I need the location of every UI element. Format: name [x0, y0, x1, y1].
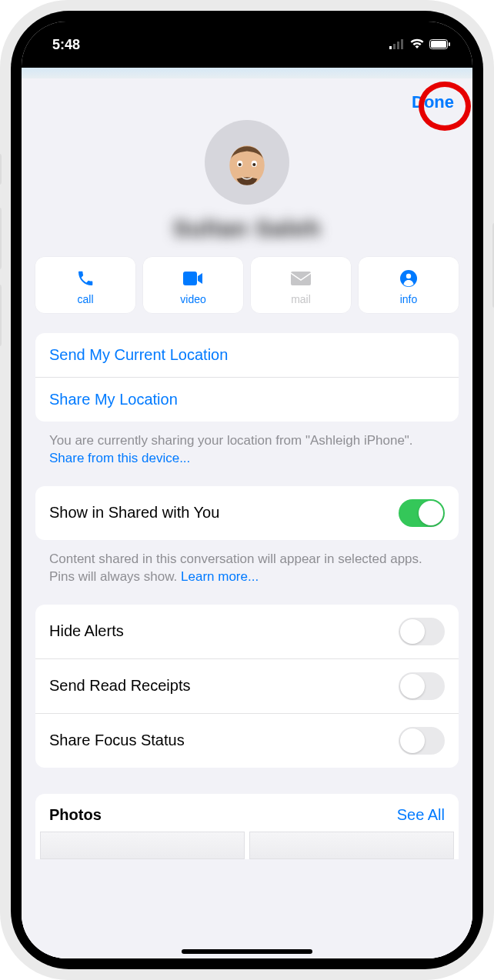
svg-point-11 [252, 163, 255, 166]
photos-header: Photos See All [35, 794, 459, 832]
person-icon [399, 268, 418, 289]
contact-avatar[interactable] [205, 120, 289, 205]
learn-more-link[interactable]: Learn more... [181, 569, 259, 584]
share-my-location[interactable]: Share My Location [35, 378, 459, 422]
read-receipts-label: Send Read Receipts [49, 677, 190, 695]
device-frame: 5:48 Don [0, 0, 494, 980]
mail-icon [291, 268, 311, 289]
photo-thumbnail[interactable] [249, 832, 454, 859]
location-footer: You are currently sharing your location … [35, 429, 459, 486]
read-receipts-toggle[interactable] [399, 672, 445, 700]
video-label: video [180, 293, 205, 305]
notch [155, 22, 339, 48]
read-receipts-row[interactable]: Send Read Receipts [35, 659, 459, 714]
done-button[interactable]: Done [412, 92, 454, 112]
home-indicator[interactable] [182, 949, 312, 954]
focus-status-toggle[interactable] [399, 727, 445, 755]
mail-label: mail [291, 293, 311, 305]
device-bezel: 5:48 Don [11, 11, 483, 969]
spacer [35, 775, 459, 794]
hide-alerts-label: Hide Alerts [49, 622, 124, 640]
volume-down-button [0, 285, 2, 346]
hide-alerts-toggle[interactable] [399, 618, 445, 645]
contact-header: Sultan Saleh [35, 120, 459, 257]
call-label: call [77, 293, 93, 305]
hide-alerts-row[interactable]: Hide Alerts [35, 605, 459, 659]
mail-button: mail [251, 257, 351, 313]
contact-sheet: Done [22, 78, 472, 958]
shared-with-you-label: Show in Shared with You [49, 504, 219, 522]
shared-with-you-toggle[interactable] [399, 499, 445, 527]
photos-see-all[interactable]: See All [397, 806, 445, 824]
sheet-header: Done [35, 78, 459, 120]
call-button[interactable]: call [35, 257, 135, 313]
svg-rect-3 [401, 39, 403, 49]
background-strip [22, 68, 472, 78]
photo-thumbnail[interactable] [40, 832, 245, 859]
battery-icon [429, 37, 451, 53]
svg-rect-1 [393, 44, 396, 49]
wifi-icon [409, 37, 425, 53]
photos-title: Photos [49, 806, 102, 824]
cellular-icon [389, 37, 405, 53]
shared-with-you-group: Show in Shared with You [35, 486, 459, 540]
content-area: Done [22, 68, 472, 958]
share-from-device-link[interactable]: Share from this device... [49, 451, 190, 465]
svg-rect-12 [183, 272, 197, 285]
svg-point-10 [239, 163, 242, 166]
phone-icon [76, 268, 95, 289]
contact-name: Sultan Saleh [173, 215, 321, 242]
svg-rect-6 [449, 42, 450, 46]
volume-up-button [0, 208, 2, 269]
video-button[interactable]: video [143, 257, 243, 313]
shared-with-you-row[interactable]: Show in Shared with You [35, 486, 459, 540]
action-buttons-row: call video mail [35, 257, 459, 313]
shared-with-you-footer: Content shared in this conversation will… [35, 548, 459, 605]
svg-point-15 [406, 274, 411, 278]
settings-group: Hide Alerts Send Read Receipts Share Foc… [35, 605, 459, 768]
svg-rect-13 [291, 272, 311, 285]
location-group: Send My Current Location Share My Locati… [35, 333, 459, 422]
video-icon [183, 268, 203, 289]
send-current-location[interactable]: Send My Current Location [35, 333, 459, 378]
focus-status-label: Share Focus Status [49, 732, 185, 749]
svg-rect-2 [397, 42, 399, 49]
info-button[interactable]: info [359, 257, 459, 313]
status-time: 5:48 [52, 37, 80, 53]
svg-rect-0 [389, 46, 392, 49]
status-indicators [389, 37, 451, 53]
photos-thumbnails [35, 832, 459, 859]
focus-status-row[interactable]: Share Focus Status [35, 714, 459, 768]
silent-switch [0, 154, 2, 185]
location-footer-text: You are currently sharing your location … [49, 433, 413, 448]
memoji-icon [223, 142, 271, 189]
screen: 5:48 Don [22, 22, 472, 958]
info-label: info [400, 293, 418, 305]
svg-rect-5 [431, 41, 446, 48]
